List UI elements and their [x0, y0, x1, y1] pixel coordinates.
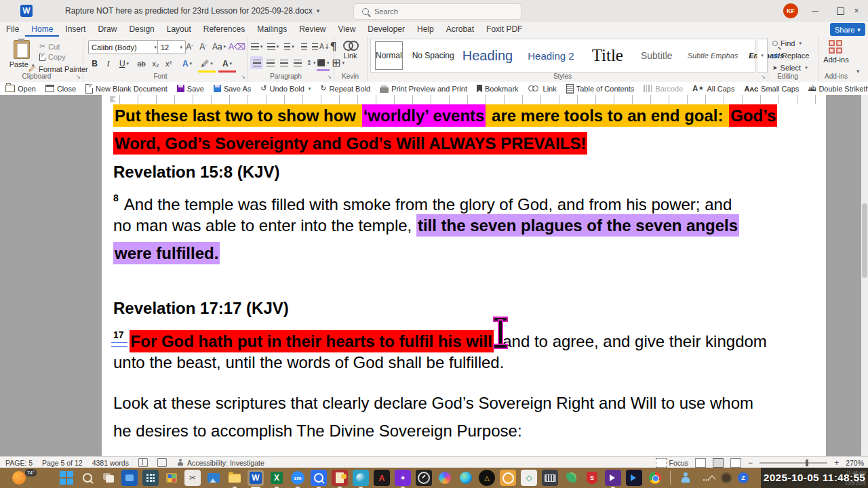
- small-caps-button[interactable]: AᴀᴄSmall Caps: [745, 85, 800, 93]
- search-input[interactable]: Search: [353, 3, 521, 20]
- all-caps-button[interactable]: A✶All Caps: [692, 84, 734, 93]
- tab-references[interactable]: References: [197, 22, 251, 37]
- people-button[interactable]: [677, 470, 694, 486]
- close-button-qat[interactable]: Close: [45, 85, 76, 93]
- align-right-button[interactable]: [277, 56, 290, 69]
- link-button[interactable]: Link: [334, 41, 367, 60]
- clipboard-dialog-launcher-icon[interactable]: ↘: [76, 74, 81, 80]
- font-dialog-launcher-icon[interactable]: ↘: [241, 74, 245, 80]
- copy-button[interactable]: Copy: [39, 53, 66, 61]
- shading-button[interactable]: ⬛▾: [317, 56, 330, 71]
- collapse-ribbon-icon[interactable]: ▾: [856, 68, 860, 75]
- shield-app[interactable]: S: [584, 470, 600, 486]
- zoom-app[interactable]: zm: [290, 470, 306, 486]
- superscript-button[interactable]: x²: [162, 57, 175, 70]
- tray-zoom-icon[interactable]: Z: [738, 472, 749, 483]
- tab-review[interactable]: Review: [293, 22, 332, 37]
- read-mode-icon[interactable]: [695, 458, 706, 468]
- tab-acrobat[interactable]: Acrobat: [440, 22, 480, 37]
- font-color-button[interactable]: A▾: [218, 57, 236, 73]
- title-chevron-icon[interactable]: ▾: [317, 7, 320, 14]
- zoom-slider[interactable]: [760, 462, 827, 464]
- accessibility-status[interactable]: Accessibility: Investigate: [176, 459, 264, 467]
- change-case-button[interactable]: Aa▾: [210, 40, 228, 54]
- word-app[interactable]: W: [248, 470, 264, 486]
- bullets-button[interactable]: ▾: [250, 40, 263, 53]
- zoom-percentage[interactable]: 270%: [846, 459, 864, 467]
- underline-button[interactable]: U▾: [115, 57, 133, 70]
- tray-chevron-up-icon[interactable]: [708, 475, 715, 483]
- tab-design[interactable]: Design: [123, 22, 160, 37]
- replace-button[interactable]: ab Replace: [772, 52, 809, 60]
- gauge-app[interactable]: [416, 470, 432, 486]
- numbering-button[interactable]: ▾: [267, 40, 279, 53]
- minimize-button[interactable]: [804, 0, 827, 22]
- font-size-select[interactable]: 12▾: [157, 40, 186, 54]
- bookmark-button[interactable]: Bookmark: [477, 85, 519, 93]
- close-button[interactable]: ×: [845, 0, 868, 22]
- zoom-slider-thumb[interactable]: [806, 460, 808, 466]
- keyboard-app[interactable]: [542, 470, 558, 486]
- undo-button[interactable]: ↺Undo Bold▾: [260, 84, 311, 93]
- clear-formatting-button[interactable]: A⌫: [231, 40, 243, 54]
- styles-dialog-launcher-icon[interactable]: ↘: [761, 74, 766, 80]
- taskbar-search-button[interactable]: [79, 470, 96, 486]
- tab-view[interactable]: View: [332, 22, 362, 37]
- store-app[interactable]: [163, 470, 180, 486]
- font-name-select[interactable]: Calibri (Body)▾: [88, 40, 160, 54]
- style-title[interactable]: Title: [592, 46, 623, 65]
- clock-app[interactable]: [500, 470, 516, 486]
- double-strikethrough-button[interactable]: abDouble Strikethrough: [808, 85, 868, 93]
- line-spacing-button[interactable]: ↕▾: [304, 56, 317, 69]
- account-avatar[interactable]: KF: [783, 3, 798, 18]
- vertical-scrollbar[interactable]: [861, 95, 868, 456]
- style-normal[interactable]: Normal: [375, 41, 403, 70]
- tab-help[interactable]: Help: [411, 22, 440, 37]
- print-layout-icon[interactable]: [713, 458, 724, 468]
- share-button[interactable]: Share▾: [830, 23, 865, 36]
- print-preview-button[interactable]: Print Preview and Print: [380, 85, 467, 93]
- file-explorer-app[interactable]: [226, 470, 243, 486]
- copilot-app[interactable]: [437, 470, 453, 486]
- table-of-contents-button[interactable]: Table of Contents: [566, 84, 635, 94]
- tab-home[interactable]: Home: [25, 22, 59, 37]
- taskbar-clock[interactable]: 2025-10-05 11:48:55 11:48 AM 10/5/2025: [761, 468, 868, 488]
- addins-button[interactable]: Add-ins: [818, 40, 854, 64]
- italic-button[interactable]: I: [102, 57, 115, 70]
- style-subtle-emphasis[interactable]: Subtle Emphas: [688, 52, 738, 60]
- tab-draw[interactable]: Draw: [92, 22, 123, 37]
- chrome-browser[interactable]: [647, 470, 663, 486]
- tab-foxit-pdf[interactable]: Foxit PDF: [480, 22, 528, 37]
- styles-gallery-more-button[interactable]: ▾: [757, 39, 768, 73]
- strikethrough-button[interactable]: ab: [135, 57, 148, 70]
- snipping-tool-app[interactable]: ✂: [184, 470, 201, 486]
- document-title[interactable]: Rapture NOT here as predicted for 23rd L…: [65, 6, 313, 16]
- taskbar-app-blue[interactable]: [121, 470, 138, 486]
- calculator-app[interactable]: [142, 470, 159, 486]
- task-view-button[interactable]: [100, 470, 117, 486]
- acrobat-app[interactable]: A: [374, 470, 390, 486]
- macro-icon[interactable]: [157, 458, 167, 467]
- style-heading-2[interactable]: Heading 2: [528, 50, 574, 62]
- word-app-icon[interactable]: W: [20, 5, 33, 17]
- horizontal-ruler[interactable]: [102, 95, 826, 104]
- justify-button[interactable]: [291, 56, 304, 69]
- align-left-button[interactable]: [250, 56, 263, 69]
- start-button[interactable]: [58, 470, 75, 486]
- new-blank-document-button[interactable]: New Blank Document: [85, 84, 167, 94]
- text-highlight-button[interactable]: 🖉▾: [198, 57, 216, 73]
- tab-file[interactable]: File: [0, 22, 25, 37]
- tab-layout[interactable]: Layout: [161, 22, 197, 37]
- status-word-count[interactable]: 4381 words: [92, 459, 129, 467]
- book-app[interactable]: [332, 470, 348, 486]
- style-heading-1[interactable]: Heading: [462, 48, 513, 64]
- foxit-app[interactable]: ✦: [395, 470, 411, 486]
- grow-font-button[interactable]: Aˆ: [183, 40, 196, 54]
- magnifier-app[interactable]: [311, 470, 327, 486]
- scrollbar-thumb[interactable]: [862, 203, 867, 278]
- status-page-of[interactable]: Page 5 of 12: [42, 459, 83, 467]
- tray-app-icon[interactable]: [721, 472, 732, 483]
- excel-app[interactable]: X: [269, 470, 285, 486]
- save-button[interactable]: Save: [177, 85, 204, 93]
- focus-button[interactable]: Focus: [656, 458, 689, 468]
